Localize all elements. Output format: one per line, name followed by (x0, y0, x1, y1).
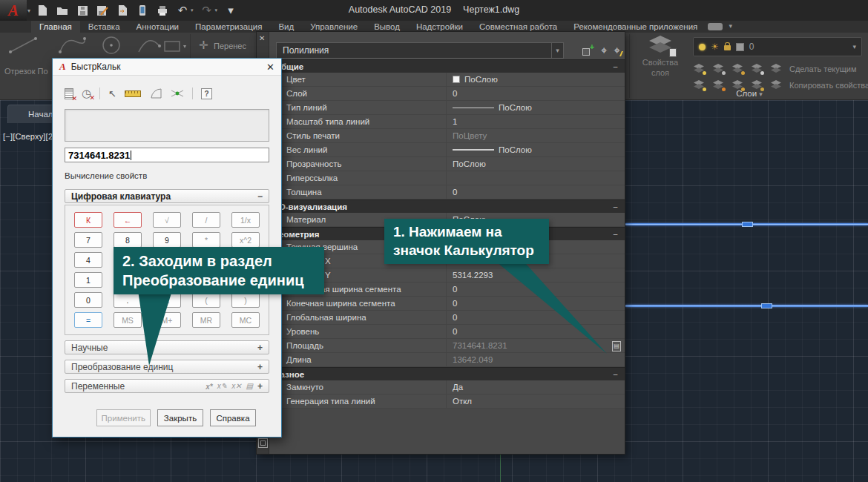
layer-combo-caret-icon[interactable]: ▾ (852, 43, 856, 50)
undo-icon[interactable]: ↶ (176, 4, 189, 17)
layer-select-combo[interactable]: ☀ 0 ▾ (693, 37, 862, 56)
tab-annotacii[interactable]: Аннотации (128, 21, 187, 33)
property-value[interactable]: ПоСлою (447, 157, 625, 171)
rectangle-tool-icon[interactable] (163, 40, 188, 56)
polyline-tool-icon[interactable] (58, 36, 86, 58)
memory-store-key[interactable]: MS (114, 312, 142, 328)
memory-clear-key[interactable]: MC (231, 312, 260, 328)
property-row[interactable]: Длина13642.049 (270, 353, 625, 367)
memory-add-key[interactable]: M+ (153, 312, 181, 328)
layers-panel-label[interactable]: Слои ▾ (631, 89, 868, 98)
apply-button[interactable]: Применить (96, 409, 151, 426)
property-row[interactable]: Глобальная ширина0 (270, 311, 625, 325)
section-general[interactable]: Общие− (270, 59, 625, 73)
connect-caret-icon[interactable]: ▾ (729, 22, 732, 30)
calc-key[interactable]: ) (231, 292, 260, 308)
help-icon[interactable]: ? (201, 88, 212, 99)
quickcalc-close-icon[interactable]: ✕ (266, 62, 274, 73)
clear-history-icon[interactable]: ◷✕ (82, 88, 91, 99)
property-value[interactable]: 0 (447, 297, 625, 310)
section-units-conversion[interactable]: Преобразование единиц + (65, 360, 269, 374)
layer-unlock-icon[interactable] (724, 45, 731, 50)
get-coordinates-icon[interactable]: ↖ (108, 88, 116, 99)
export-icon[interactable] (116, 4, 129, 17)
section-3d[interactable]: 3D-визуализация− (270, 199, 625, 213)
property-row[interactable]: ЦветПоСлою (270, 73, 625, 87)
copy-properties-label[interactable]: Копировать свойства в (789, 81, 868, 90)
quick-properties-icon[interactable] (258, 438, 268, 448)
calc-key[interactable]: 1 (74, 272, 102, 288)
polyline-grip[interactable] (761, 303, 772, 308)
calc-key[interactable]: * (192, 232, 220, 248)
property-row[interactable]: Толщина0 (270, 185, 625, 199)
property-value[interactable]: 1 (447, 115, 625, 128)
make-current-label[interactable]: Сделать текущим (789, 65, 856, 73)
new-variable-icon[interactable]: x* (206, 381, 212, 392)
undo-caret-icon[interactable]: ▾ (191, 7, 194, 13)
property-value[interactable]: Да (447, 380, 625, 394)
calc-key[interactable]: 0 (74, 292, 102, 308)
property-value[interactable]: 5314.2293 (447, 268, 625, 282)
calc-key[interactable]: 4 (74, 252, 102, 268)
arc-tool-icon[interactable] (137, 37, 162, 58)
layer-color-swatch[interactable] (736, 43, 744, 51)
property-value[interactable]: 0 (447, 311, 625, 324)
layer-freeze-icon[interactable] (731, 64, 743, 73)
calc-key[interactable]: x^2 (231, 232, 260, 248)
quickcalc-titlebar[interactable]: A БыстрКальк ✕ (53, 59, 281, 76)
property-row[interactable]: Уровень0 (270, 325, 625, 339)
layer-lock-icon[interactable] (751, 64, 763, 73)
tab-glavnaya[interactable]: Главная (31, 21, 80, 33)
quick-select-icon[interactable]: ⌖ (614, 45, 620, 56)
circle-tool-icon[interactable] (96, 34, 126, 59)
redo-caret-icon[interactable]: ▾ (215, 7, 218, 13)
section-variables[interactable]: Переменные x* x✎ x✕ ▤ + (65, 379, 269, 393)
draw-tool-labels[interactable]: Отрезок По (4, 67, 50, 76)
help-button[interactable]: Справка (210, 409, 256, 426)
property-value[interactable]: ПоСлою (447, 73, 625, 86)
property-value[interactable]: 0 (447, 185, 625, 199)
qat-customize-icon[interactable]: ▾ (224, 4, 237, 17)
connect-icon[interactable] (708, 23, 723, 30)
calculator-variable-icon[interactable]: ▤ (246, 382, 253, 390)
edit-variable-icon[interactable]: x✎ (217, 382, 227, 390)
layer-off-icon[interactable] (693, 64, 705, 73)
selected-polyline[interactable] (625, 305, 868, 307)
property-row[interactable]: Масштаб типа линий1 (270, 115, 625, 129)
save-icon[interactable] (76, 4, 89, 17)
calc-key[interactable]: 8 (114, 232, 142, 248)
property-value[interactable]: ПоСлою (447, 101, 625, 114)
property-row[interactable]: Конечная ширина сегмента0 (270, 297, 625, 311)
calc-key[interactable]: К (74, 212, 102, 228)
expand-icon[interactable]: + (257, 362, 263, 372)
collapse-icon[interactable]: − (613, 370, 618, 379)
application-menu-caret-icon[interactable]: ▾ (27, 7, 30, 14)
collapse-icon[interactable]: − (613, 62, 618, 71)
expand-icon[interactable]: + (257, 343, 263, 353)
section-numpad[interactable]: Цифровая клавиатура − (65, 189, 269, 203)
property-value[interactable]: 0 (447, 87, 625, 100)
property-value[interactable]: Откл (447, 394, 625, 408)
property-value[interactable]: 0 (447, 325, 625, 338)
calc-key[interactable]: √ (153, 212, 181, 228)
backspace-key[interactable]: ← (114, 212, 142, 228)
layer-on-icon[interactable] (699, 44, 706, 50)
tab-vstavka[interactable]: Вставка (80, 21, 128, 33)
history-area[interactable] (65, 109, 269, 142)
property-row[interactable]: ПрозрачностьПоСлою (270, 157, 625, 171)
intersection-of-lines-icon[interactable] (171, 88, 184, 99)
equals-key[interactable]: = (74, 312, 102, 328)
make-current-icon[interactable] (770, 64, 782, 73)
palette-close-icon[interactable]: ✕ (259, 34, 265, 42)
property-row[interactable]: Вес линийПоСлою (270, 143, 625, 157)
close-button[interactable]: Закрыть (157, 409, 203, 426)
save-as-icon[interactable] (96, 4, 109, 17)
property-row[interactable]: Стиль печатиПоЦвету (270, 129, 625, 143)
calc-key[interactable]: 1/x (231, 212, 260, 228)
property-row-area[interactable]: Площадь7314641.8231▤ (270, 339, 625, 353)
calc-key[interactable]: π (153, 292, 181, 308)
expression-input[interactable]: 7314641.8231 (65, 148, 269, 162)
move-tool-icon[interactable]: ✛ (199, 39, 208, 52)
calc-key[interactable]: . (114, 292, 142, 308)
application-menu-button[interactable]: A (0, 0, 27, 21)
